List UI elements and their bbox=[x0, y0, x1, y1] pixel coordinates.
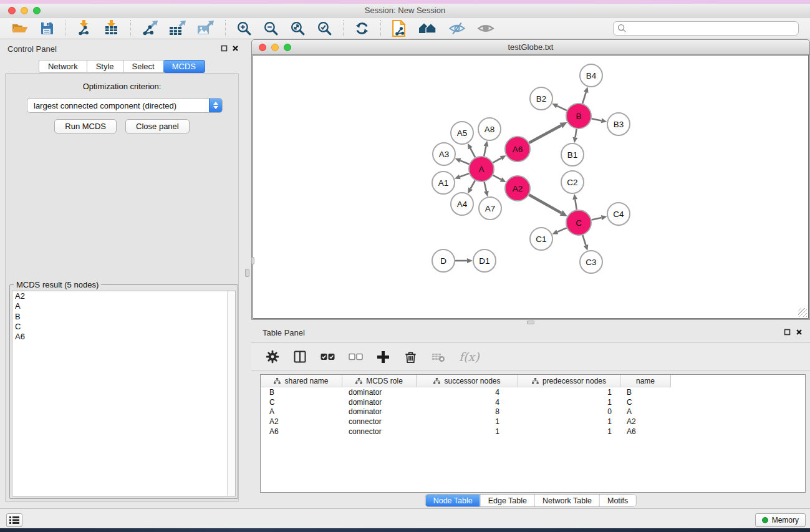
zoom-in-icon bbox=[236, 21, 252, 36]
tab-network[interactable]: Network bbox=[39, 60, 87, 73]
zoom-selected-button[interactable] bbox=[314, 19, 335, 37]
delete-table-button[interactable] bbox=[429, 349, 448, 364]
network-zoom-button[interactable] bbox=[284, 44, 291, 51]
edge-A-A6[interactable] bbox=[493, 158, 501, 162]
table-row[interactable]: Adominator80A bbox=[261, 407, 805, 417]
divider-grip[interactable] bbox=[245, 269, 249, 277]
edge-B-B1[interactable] bbox=[575, 129, 576, 138]
result-item[interactable]: A6 bbox=[12, 332, 235, 342]
minimize-window-button[interactable] bbox=[21, 7, 28, 14]
network-minimize-button[interactable] bbox=[271, 44, 279, 51]
edge-A-A7[interactable] bbox=[485, 181, 486, 191]
edge-A-A1[interactable] bbox=[460, 173, 469, 177]
edge-A2-C[interactable] bbox=[529, 195, 561, 213]
select-all-button[interactable] bbox=[318, 349, 337, 364]
result-item[interactable]: B bbox=[12, 312, 235, 322]
save-session-button[interactable] bbox=[37, 19, 57, 37]
edge-C-C4[interactable] bbox=[592, 218, 602, 220]
result-scrollbar[interactable] bbox=[227, 291, 235, 496]
close-table-panel-icon[interactable] bbox=[796, 329, 803, 336]
column-header-MCDS-role[interactable]: MCDS role bbox=[342, 375, 417, 387]
tab-mcds[interactable]: MCDS bbox=[163, 60, 205, 73]
column-header-name[interactable]: name bbox=[620, 375, 671, 387]
close-window-button[interactable] bbox=[8, 7, 16, 14]
edge-B-B2[interactable] bbox=[557, 106, 567, 110]
edge-C-C1[interactable] bbox=[557, 228, 567, 232]
tab-edge-table[interactable]: Edge Table bbox=[480, 495, 534, 506]
run-mcds-button[interactable]: Run MCDS bbox=[54, 119, 117, 133]
table-cell: 1 bbox=[518, 417, 620, 426]
deselect-all-button[interactable] bbox=[346, 349, 365, 364]
delete-column-button[interactable] bbox=[401, 349, 420, 365]
node-label-B: B bbox=[576, 112, 581, 121]
edge-C-C2[interactable] bbox=[575, 200, 577, 210]
edge-B-B3[interactable] bbox=[592, 118, 602, 120]
show-columns-button[interactable] bbox=[291, 349, 309, 365]
zoom-fit-button[interactable] bbox=[287, 19, 308, 37]
edge-C-C3[interactable] bbox=[582, 235, 586, 245]
result-item[interactable]: A2 bbox=[12, 291, 235, 301]
edge-A-A2[interactable] bbox=[493, 175, 501, 180]
search-field[interactable] bbox=[613, 21, 799, 36]
function-builder-button[interactable]: f(x) bbox=[456, 349, 482, 365]
table-row[interactable]: A2connector11A2 bbox=[261, 417, 805, 427]
zoom-window-button[interactable] bbox=[33, 7, 41, 14]
zoom-out-button[interactable] bbox=[261, 19, 281, 37]
result-item[interactable]: A bbox=[12, 301, 235, 311]
close-panel-icon[interactable] bbox=[232, 45, 239, 52]
tab-motifs[interactable]: Motifs bbox=[599, 495, 635, 506]
hide-panels-button[interactable] bbox=[446, 20, 468, 37]
window-controls bbox=[8, 7, 41, 14]
tab-node-table[interactable]: Node Table bbox=[426, 495, 480, 506]
node-label-B2: B2 bbox=[536, 94, 547, 104]
edge-B-B4[interactable] bbox=[582, 92, 586, 104]
memory-button[interactable]: Memory bbox=[755, 513, 806, 527]
node-table[interactable]: shared nameMCDS rolesuccessor nodesprede… bbox=[260, 374, 806, 493]
result-item[interactable]: C bbox=[12, 322, 235, 332]
open-session-button[interactable] bbox=[9, 19, 31, 37]
close-panel-button[interactable]: Close panel bbox=[125, 119, 190, 133]
search-input[interactable] bbox=[630, 24, 794, 32]
column-header-shared-name[interactable]: shared name bbox=[261, 375, 342, 387]
table-panel-title: Table Panel bbox=[263, 328, 305, 337]
network-canvas[interactable]: B4B2BB3A5A8A6B1A3AC2A1A2A4A7C4CC1DD1C3 bbox=[253, 55, 809, 319]
add-column-button[interactable] bbox=[374, 349, 392, 365]
sort-tree-icon bbox=[355, 378, 362, 384]
edge-A-A8[interactable] bbox=[484, 146, 486, 156]
export-table-button[interactable] bbox=[167, 19, 189, 37]
edge-A-A3[interactable] bbox=[460, 160, 470, 164]
table-settings-button[interactable] bbox=[263, 349, 282, 365]
column-header-successor-nodes[interactable]: successor nodes bbox=[417, 375, 518, 387]
panel-divider[interactable] bbox=[244, 39, 251, 508]
tab-style[interactable]: Style bbox=[87, 60, 123, 73]
criterion-select[interactable]: largest connected component (directed) bbox=[27, 98, 223, 113]
show-view-button[interactable] bbox=[475, 20, 497, 37]
canvas-left-grip[interactable] bbox=[251, 257, 254, 264]
import-table-button[interactable] bbox=[101, 19, 122, 37]
refresh-button[interactable] bbox=[352, 19, 372, 37]
table-row[interactable]: A6connector11A6 bbox=[261, 427, 805, 437]
control-panel-title: Control Panel bbox=[7, 44, 57, 54]
network-resize-grip[interactable] bbox=[798, 308, 807, 317]
float-panel-icon[interactable] bbox=[221, 45, 228, 52]
table-row[interactable]: Cdominator41C bbox=[261, 397, 805, 407]
horizontal-divider-grip[interactable] bbox=[527, 321, 534, 324]
network-file-button[interactable] bbox=[389, 19, 408, 38]
import-network-button[interactable] bbox=[74, 19, 95, 37]
edge-A6-B[interactable] bbox=[529, 125, 561, 143]
export-network-button[interactable] bbox=[139, 19, 161, 37]
open-browser-button[interactable] bbox=[415, 19, 440, 37]
edge-A-A4[interactable] bbox=[471, 180, 475, 188]
export-image-button[interactable] bbox=[195, 19, 217, 37]
zoom-in-button[interactable] bbox=[234, 19, 254, 37]
column-header-predecessor-nodes[interactable]: predecessor nodes bbox=[518, 375, 620, 387]
task-history-button[interactable] bbox=[6, 513, 22, 527]
table-row[interactable]: Bdominator41B bbox=[261, 387, 805, 397]
mcds-result-list[interactable]: A2ABCA6 bbox=[12, 291, 236, 496]
gear-icon bbox=[266, 350, 279, 364]
tab-network-table[interactable]: Network Table bbox=[534, 495, 599, 506]
network-close-button[interactable] bbox=[259, 44, 266, 51]
float-table-panel-icon[interactable] bbox=[784, 329, 791, 336]
edge-A-A5[interactable] bbox=[470, 148, 475, 158]
tab-select[interactable]: Select bbox=[123, 60, 164, 73]
